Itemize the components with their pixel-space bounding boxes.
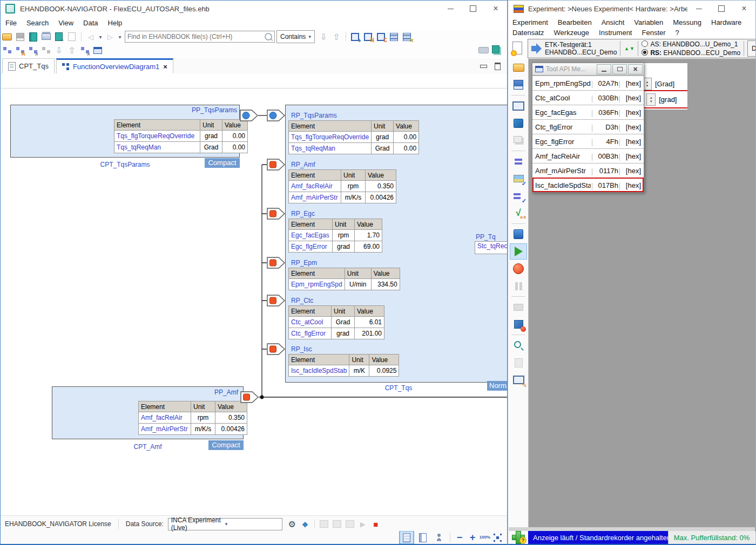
detach-node-icon[interactable] — [39, 44, 52, 56]
edit-display-icon[interactable] — [510, 372, 526, 387]
zoom-in-icon[interactable] — [466, 532, 479, 543]
menu-bearbeiten[interactable]: Bearbeiten — [554, 18, 597, 26]
pdf-export-icon[interactable] — [65, 31, 78, 43]
element-link[interactable]: Tqs_tqReqMan — [114, 142, 200, 153]
view-profile-icon[interactable] — [433, 532, 446, 543]
element-link[interactable]: Egc_flgError — [289, 241, 333, 253]
as-page-option[interactable]: AS: EHANDBOO...U_Demo_1 — [642, 40, 740, 49]
remove-node-icon[interactable] — [78, 44, 91, 56]
nav-back-icon[interactable] — [84, 31, 97, 43]
measure-points-icon[interactable] — [510, 154, 526, 169]
measure-row-egc_flgerror[interactable]: Egc_flgError4Fh[hex] — [532, 134, 644, 148]
recorder-config-icon[interactable] — [510, 299, 526, 315]
save-icon[interactable] — [14, 31, 26, 43]
port-label[interactable]: RP_Epm — [291, 259, 400, 267]
measure-value[interactable]: 030Bh — [593, 94, 618, 102]
menu-ansicht[interactable]: Ansicht — [597, 18, 630, 26]
stop-icon[interactable] — [369, 518, 382, 530]
ecu-hook-c-icon[interactable] — [375, 31, 388, 43]
element-link[interactable]: Ctc_atCool — [289, 317, 332, 328]
view-profile-button[interactable] — [431, 531, 447, 544]
measure-value[interactable]: 4Fh — [593, 138, 618, 146]
close-button[interactable]: × — [484, 1, 507, 17]
diff-button[interactable]: Diff.... — [747, 40, 756, 57]
database-icon[interactable] — [510, 115, 526, 131]
hide-node-icon[interactable] — [26, 44, 39, 56]
display-config-icon[interactable] — [510, 171, 526, 186]
open-book-icon[interactable] — [26, 31, 39, 43]
port-required-icon[interactable] — [267, 159, 285, 171]
nav-forward-dropdown-icon[interactable] — [117, 31, 123, 43]
menu-werkzeuge[interactable]: Werkzeuge — [550, 29, 595, 37]
rs-page-option[interactable]: RS: EHANDBOO...ECU_Demo — [642, 49, 740, 57]
new-experiment-icon[interactable] — [511, 42, 523, 56]
memory-page-icon[interactable] — [510, 355, 526, 370]
measure-value[interactable]: 02A7h — [593, 79, 618, 87]
expression-check-icon[interactable] — [510, 206, 526, 221]
port-required-icon[interactable] — [267, 208, 285, 220]
open-window-icon[interactable] — [91, 44, 104, 56]
maximize-button[interactable] — [462, 1, 484, 17]
measure-row-egc_facegas[interactable]: Egc_facEgas036Fh[hex] — [532, 105, 644, 119]
view-single-page-button[interactable] — [399, 531, 414, 544]
tab-cpt-tqs[interactable]: CPT_Tqs — [2, 58, 55, 73]
port-required-icon[interactable] — [267, 295, 285, 306]
element-link[interactable]: Epm_rpmEngSpd — [289, 279, 345, 290]
port-label[interactable]: RP_Ctc — [291, 297, 384, 304]
port-label[interactable]: PP_TqsParams — [10, 106, 237, 114]
block-caption[interactable]: CPT_Tqs — [285, 384, 508, 392]
radio-selected-icon[interactable] — [642, 49, 648, 56]
zoom-100-icon[interactable]: 100% — [479, 532, 491, 543]
sync-experiment-icon[interactable] — [343, 518, 356, 530]
recorder-database-icon[interactable] — [510, 317, 526, 332]
tab-function-overview-diagram[interactable]: FunctionOverviewDiagram1 × — [56, 58, 173, 73]
port-required-icon[interactable] — [240, 391, 259, 403]
port-required-icon[interactable] — [267, 257, 285, 269]
port-label[interactable]: RP_Egc — [291, 210, 382, 217]
clipped-element-cell[interactable]: Stc_tqRec — [475, 241, 508, 254]
element-link[interactable]: Ctc_flgError — [289, 328, 332, 339]
element-link[interactable]: Amf_facRelAir — [289, 181, 341, 192]
menu-fenster[interactable]: Fenster — [637, 29, 671, 37]
find-previous-icon[interactable] — [330, 31, 343, 43]
move-down-icon[interactable] — [52, 44, 65, 56]
measure-row-amf_mairperstr[interactable]: Amf_mAirPerStr0117h[hex] — [532, 163, 644, 178]
minimize-button[interactable] — [687, 1, 710, 17]
find-next-icon[interactable] — [317, 31, 330, 43]
start-visualization-icon[interactable] — [510, 244, 526, 259]
menu-search[interactable]: Search — [22, 19, 53, 27]
print-icon[interactable] — [39, 31, 52, 43]
data-source-icon[interactable] — [299, 518, 312, 530]
experiment-view-icon[interactable] — [510, 98, 526, 113]
element-link[interactable]: Isc_facIdleSpdStab — [289, 365, 349, 377]
spinner-icon[interactable] — [646, 93, 656, 106]
zoom-out-icon[interactable] — [453, 532, 466, 543]
close-button[interactable]: × — [733, 1, 755, 17]
radio-icon[interactable] — [642, 40, 648, 47]
play-icon[interactable] — [356, 518, 369, 530]
menu-data[interactable]: Data — [78, 19, 103, 27]
measure-row-amf_facrelair[interactable]: Amf_facRelAir00B3h[hex] — [532, 148, 644, 163]
window-layout-icon[interactable] — [510, 133, 526, 148]
measure-value[interactable]: 0117h — [593, 167, 618, 175]
highlighted-value-row[interactable]: 0 [grad] — [642, 90, 688, 108]
find-label-icon[interactable] — [14, 44, 26, 56]
export-book-icon[interactable] — [52, 31, 65, 43]
measure-row-epm_rpmengspd[interactable]: Epm_rpmEngSpd02A7h[hex] — [532, 76, 644, 90]
menu-variablen[interactable]: Variablen — [630, 18, 669, 26]
view-split-icon[interactable] — [416, 532, 429, 543]
port-provided-icon[interactable] — [267, 110, 285, 121]
menu-?[interactable]: ? — [671, 29, 685, 37]
open-file-icon[interactable] — [1, 31, 14, 43]
books-icon[interactable] — [490, 44, 503, 56]
tab-close-icon[interactable]: × — [163, 63, 167, 71]
view-split-button[interactable] — [415, 531, 430, 544]
expand-node-icon[interactable] — [1, 44, 14, 56]
element-link[interactable]: Amf_mAirPerStr — [289, 192, 341, 203]
pane-maximize-icon[interactable] — [495, 63, 501, 70]
zoom-fit-icon[interactable] — [491, 532, 504, 543]
contains-dropdown[interactable]: Contains ▾ — [276, 30, 315, 43]
maximize-button[interactable] — [710, 1, 733, 17]
port-label[interactable]: RP_TqsParams — [291, 112, 419, 119]
minimize-button[interactable] — [439, 1, 462, 17]
